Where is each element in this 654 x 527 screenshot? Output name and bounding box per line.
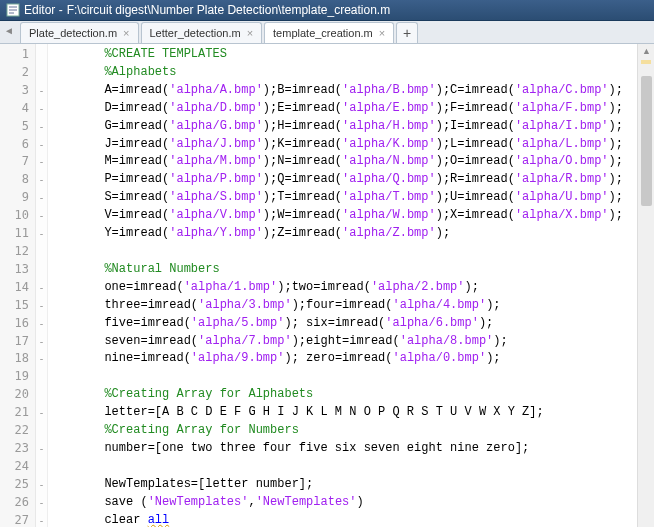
scrollbar-vertical[interactable]: ▲ xyxy=(637,44,654,527)
fold-toggle-icon[interactable]: - xyxy=(36,225,47,243)
line-number: 5 xyxy=(0,118,29,136)
code-line[interactable]: %Creating Array for Alphabets xyxy=(54,386,650,404)
title-path: F:\circuit digest\Number Plate Detection… xyxy=(67,3,390,17)
fold-toggle-icon[interactable]: - xyxy=(36,476,47,494)
tab-plate-detection[interactable]: Plate_detection.m × xyxy=(20,22,139,43)
line-number: 7 xyxy=(0,153,29,171)
fold-toggle-icon[interactable]: - xyxy=(36,440,47,458)
fold-toggle-icon[interactable]: - xyxy=(36,494,47,512)
close-icon[interactable]: × xyxy=(379,27,385,39)
close-icon[interactable]: × xyxy=(123,27,129,39)
fold-toggle-icon[interactable]: - xyxy=(36,512,47,527)
code-line[interactable]: clear all xyxy=(54,512,650,527)
fold-toggle-icon[interactable]: - xyxy=(36,315,47,333)
code-line[interactable] xyxy=(54,243,650,261)
line-number: 6 xyxy=(0,136,29,154)
scroll-up-icon[interactable]: ▲ xyxy=(642,46,651,56)
code-line[interactable]: %Alphabets xyxy=(54,64,650,82)
line-number: 18 xyxy=(0,350,29,368)
code-line[interactable]: three=imread('alpha/3.bmp');four=imread(… xyxy=(54,297,650,315)
tab-label: Plate_detection.m xyxy=(29,27,117,39)
code-line[interactable]: seven=imread('alpha/7.bmp');eight=imread… xyxy=(54,333,650,351)
scrollbar-thumb[interactable] xyxy=(641,76,652,206)
fold-toggle-icon[interactable]: - xyxy=(36,82,47,100)
code-line[interactable]: nine=imread('alpha/9.bmp'); zero=imread(… xyxy=(54,350,650,368)
line-number: 16 xyxy=(0,315,29,333)
code-line[interactable]: save ('NewTemplates','NewTemplates') xyxy=(54,494,650,512)
fold-gutter[interactable]: --------- ----- - - --- xyxy=(36,44,48,527)
tab-scroll-left-icon[interactable]: ◄ xyxy=(4,25,14,36)
code-line[interactable]: one=imread('alpha/1.bmp');two=imread('al… xyxy=(54,279,650,297)
line-number: 2 xyxy=(0,64,29,82)
line-number: 22 xyxy=(0,422,29,440)
line-number-gutter: 1234567891011121314151617181920212223242… xyxy=(0,44,36,527)
fold-toggle-icon[interactable]: - xyxy=(36,404,47,422)
line-number: 20 xyxy=(0,386,29,404)
code-line[interactable]: A=imread('alpha/A.bmp');B=imread('alpha/… xyxy=(54,82,650,100)
code-line[interactable] xyxy=(54,458,650,476)
line-number: 21 xyxy=(0,404,29,422)
new-tab-button[interactable]: + xyxy=(396,22,418,43)
fold-toggle-icon[interactable]: - xyxy=(36,100,47,118)
fold-spacer xyxy=(36,46,47,64)
window-title: Editor - F:\circuit digest\Number Plate … xyxy=(24,3,390,17)
code-line[interactable]: P=imread('alpha/P.bmp');Q=imread('alpha/… xyxy=(54,171,650,189)
tab-letter-detection[interactable]: Letter_detection.m × xyxy=(141,22,263,43)
code-line[interactable] xyxy=(54,368,650,386)
fold-toggle-icon[interactable]: - xyxy=(36,171,47,189)
fold-spacer xyxy=(36,243,47,261)
fold-toggle-icon[interactable]: - xyxy=(36,297,47,315)
tab-template-creation[interactable]: template_creation.m × xyxy=(264,22,394,43)
editor-app-icon xyxy=(6,3,20,17)
line-number: 26 xyxy=(0,494,29,512)
line-number: 15 xyxy=(0,297,29,315)
fold-spacer xyxy=(36,368,47,386)
code-line[interactable]: S=imread('alpha/S.bmp');T=imread('alpha/… xyxy=(54,189,650,207)
code-line[interactable]: D=imread('alpha/D.bmp');E=imread('alpha/… xyxy=(54,100,650,118)
fold-toggle-icon[interactable]: - xyxy=(36,279,47,297)
line-number: 3 xyxy=(0,82,29,100)
line-number: 14 xyxy=(0,279,29,297)
marker-strip xyxy=(641,60,651,64)
line-number: 24 xyxy=(0,458,29,476)
code-line[interactable]: letter=[A B C D E F G H I J K L M N O P … xyxy=(54,404,650,422)
tab-label: template_creation.m xyxy=(273,27,373,39)
line-number: 23 xyxy=(0,440,29,458)
code-line[interactable]: %Creating Array for Numbers xyxy=(54,422,650,440)
fold-toggle-icon[interactable]: - xyxy=(36,333,47,351)
fold-toggle-icon[interactable]: - xyxy=(36,350,47,368)
code-line[interactable]: V=imread('alpha/V.bmp');W=imread('alpha/… xyxy=(54,207,650,225)
line-number: 11 xyxy=(0,225,29,243)
code-line[interactable]: J=imread('alpha/J.bmp');K=imread('alpha/… xyxy=(54,136,650,154)
code-line[interactable]: NewTemplates=[letter number]; xyxy=(54,476,650,494)
code-line[interactable]: G=imread('alpha/G.bmp');H=imread('alpha/… xyxy=(54,118,650,136)
fold-spacer xyxy=(36,386,47,404)
line-number: 19 xyxy=(0,368,29,386)
close-icon[interactable]: × xyxy=(247,27,253,39)
fold-toggle-icon[interactable]: - xyxy=(36,189,47,207)
titlebar: Editor - F:\circuit digest\Number Plate … xyxy=(0,0,654,21)
title-prefix: Editor - xyxy=(24,3,63,17)
fold-toggle-icon[interactable]: - xyxy=(36,207,47,225)
tabbar: ◄ Plate_detection.m × Letter_detection.m… xyxy=(0,21,654,44)
line-number: 17 xyxy=(0,333,29,351)
fold-toggle-icon[interactable]: - xyxy=(36,136,47,154)
line-number: 27 xyxy=(0,512,29,527)
line-number: 13 xyxy=(0,261,29,279)
tab-label: Letter_detection.m xyxy=(150,27,241,39)
line-number: 12 xyxy=(0,243,29,261)
fold-spacer xyxy=(36,261,47,279)
line-number: 9 xyxy=(0,189,29,207)
code-line[interactable]: Y=imread('alpha/Y.bmp');Z=imread('alpha/… xyxy=(54,225,650,243)
code-line[interactable]: number=[one two three four five six seve… xyxy=(54,440,650,458)
fold-toggle-icon[interactable]: - xyxy=(36,118,47,136)
line-number: 8 xyxy=(0,171,29,189)
code-line[interactable]: %Natural Numbers xyxy=(54,261,650,279)
fold-toggle-icon[interactable]: - xyxy=(36,153,47,171)
code-area: 1234567891011121314151617181920212223242… xyxy=(0,44,654,527)
code-line[interactable]: five=imread('alpha/5.bmp'); six=imread('… xyxy=(54,315,650,333)
code-editor[interactable]: %CREATE TEMPLATES %Alphabets A=imread('a… xyxy=(48,44,654,527)
line-number: 25 xyxy=(0,476,29,494)
code-line[interactable]: M=imread('alpha/M.bmp');N=imread('alpha/… xyxy=(54,153,650,171)
code-line[interactable]: %CREATE TEMPLATES xyxy=(54,46,650,64)
